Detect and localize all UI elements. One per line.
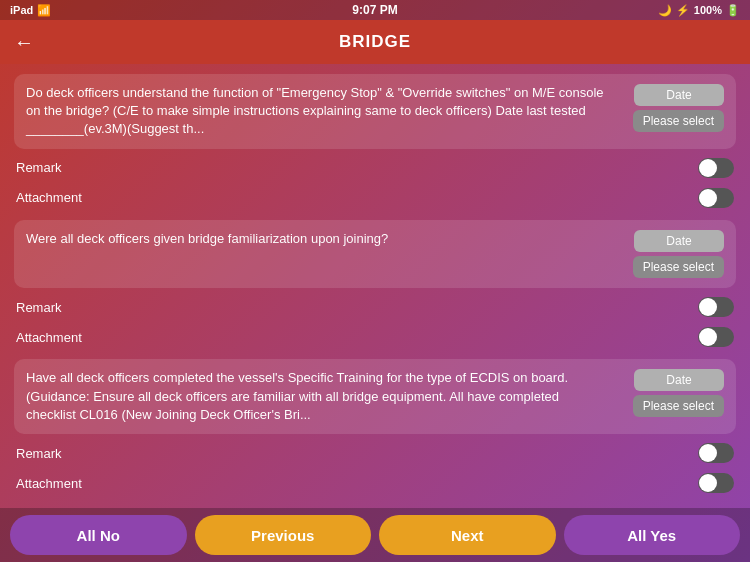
- remark-label-1: Remark: [16, 160, 62, 175]
- attachment-row-3: Attachment: [14, 468, 736, 498]
- attachment-toggle-1[interactable]: [698, 188, 734, 208]
- status-bar: iPad 📶 9:07 PM 🌙 ⚡ 100% 🔋: [0, 0, 750, 20]
- remark-toggle-2[interactable]: [698, 297, 734, 317]
- remark-row-1: Remark: [14, 153, 736, 183]
- carrier-label: iPad: [10, 4, 33, 16]
- remark-label-2: Remark: [16, 300, 62, 315]
- date-button-1[interactable]: Date: [634, 84, 724, 106]
- back-button[interactable]: ←: [14, 31, 34, 54]
- battery-icon: 🔋: [726, 4, 740, 17]
- question-text-3: Have all deck officers completed the ves…: [26, 369, 604, 424]
- question-row-1: Do deck officers understand the function…: [26, 84, 724, 139]
- battery-label: 100%: [694, 4, 722, 16]
- question-row-3: Have all deck officers completed the ves…: [26, 369, 724, 424]
- question-block-1: Do deck officers understand the function…: [14, 74, 736, 149]
- question-block-3: Have all deck officers completed the ves…: [14, 359, 736, 434]
- question-actions-1: Date Please select: [614, 84, 724, 132]
- all-yes-button[interactable]: All Yes: [564, 515, 741, 555]
- content-area: Do deck officers understand the function…: [0, 64, 750, 508]
- question-row-2: Were all deck officers given bridge fami…: [26, 230, 724, 278]
- remark-toggle-1[interactable]: [698, 158, 734, 178]
- bluetooth-icon: ⚡: [676, 4, 690, 17]
- question-actions-2: Date Please select: [614, 230, 724, 278]
- page-title: BRIDGE: [339, 32, 411, 52]
- question-block-2: Were all deck officers given bridge fami…: [14, 220, 736, 288]
- next-button[interactable]: Next: [379, 515, 556, 555]
- question-actions-3: Date Please select: [614, 369, 724, 417]
- status-time: 9:07 PM: [352, 3, 397, 17]
- previous-button[interactable]: Previous: [195, 515, 372, 555]
- attachment-row-2: Attachment: [14, 322, 736, 352]
- attachment-label-1: Attachment: [16, 190, 82, 205]
- bottom-nav: All No Previous Next All Yes: [0, 508, 750, 562]
- select-button-3[interactable]: Please select: [633, 395, 724, 417]
- select-button-2[interactable]: Please select: [633, 256, 724, 278]
- header: ← BRIDGE: [0, 20, 750, 64]
- attachment-toggle-3[interactable]: [698, 473, 734, 493]
- date-button-2[interactable]: Date: [634, 230, 724, 252]
- select-button-1[interactable]: Please select: [633, 110, 724, 132]
- divider-2: [14, 352, 736, 359]
- remark-toggle-3[interactable]: [698, 443, 734, 463]
- remark-row-3: Remark: [14, 438, 736, 468]
- status-left: iPad 📶: [10, 4, 51, 17]
- attachment-row-1: Attachment: [14, 183, 736, 213]
- moon-icon: 🌙: [658, 4, 672, 17]
- attachment-label-2: Attachment: [16, 330, 82, 345]
- status-right: 🌙 ⚡ 100% 🔋: [658, 4, 740, 17]
- divider-1: [14, 213, 736, 220]
- question-text-2: Were all deck officers given bridge fami…: [26, 230, 604, 248]
- wifi-icon: 📶: [37, 4, 51, 17]
- all-no-button[interactable]: All No: [10, 515, 187, 555]
- question-text-1: Do deck officers understand the function…: [26, 84, 604, 139]
- date-button-3[interactable]: Date: [634, 369, 724, 391]
- attachment-toggle-2[interactable]: [698, 327, 734, 347]
- attachment-label-3: Attachment: [16, 476, 82, 491]
- remark-label-3: Remark: [16, 446, 62, 461]
- remark-row-2: Remark: [14, 292, 736, 322]
